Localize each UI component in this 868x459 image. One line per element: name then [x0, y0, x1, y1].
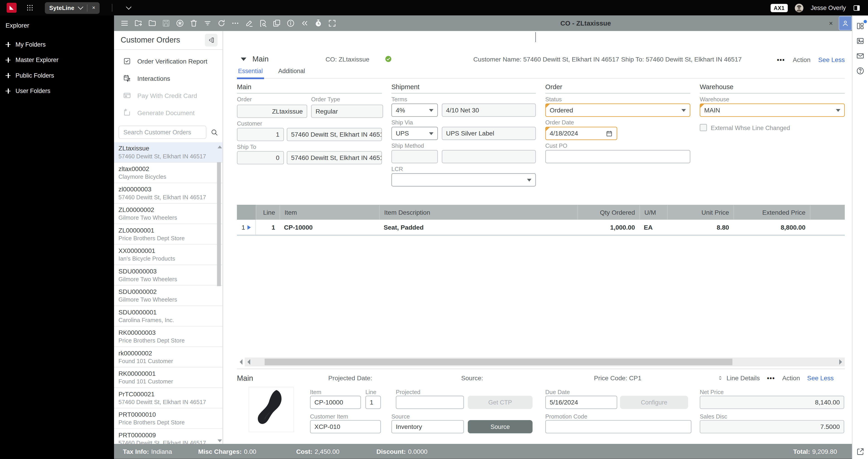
line-action-menu[interactable]: Action	[782, 374, 800, 381]
order-list-item[interactable]: PrTC000021 57460 Dewitt St, Elkhart IN 4…	[114, 388, 223, 408]
item-field[interactable]: CP-10000	[310, 396, 361, 409]
expand-button[interactable]	[325, 17, 339, 30]
search-input[interactable]	[119, 129, 206, 135]
customer-address-field[interactable]: 57460 Dewitt St, Elkhart IN 46517	[287, 128, 382, 141]
lcr-dropdown[interactable]	[392, 173, 536, 187]
order-date-field[interactable]: 4/18/2024	[545, 127, 617, 140]
source-button[interactable]: Source	[468, 420, 532, 433]
terms-description-field[interactable]: 4/10 Net 30	[442, 103, 536, 117]
warehouse-dropdown[interactable]: MAIN	[700, 103, 845, 117]
cell-um[interactable]: EA	[640, 220, 667, 235]
ship-method-field[interactable]	[392, 150, 438, 163]
image-icon[interactable]	[856, 36, 865, 45]
order-list-item[interactable]: SDU0000001 Carolina Frames, Inc.	[114, 306, 223, 327]
product-tab[interactable]: SyteLine ×	[45, 2, 100, 13]
filter-button[interactable]	[200, 17, 214, 30]
expand-plus-icon[interactable]	[5, 42, 10, 47]
close-tab-icon[interactable]: ×	[92, 5, 95, 10]
copy-button[interactable]	[270, 17, 283, 30]
line-see-less-link[interactable]: See Less	[807, 374, 834, 381]
expand-plus-icon[interactable]	[5, 57, 10, 62]
delete-button[interactable]	[186, 17, 200, 30]
projected-field[interactable]	[396, 396, 464, 409]
scroll-left-icon[interactable]	[248, 359, 250, 365]
order-list-item[interactable]: RK00000001 Found 101 Customer	[114, 367, 223, 388]
cust-po-field[interactable]	[545, 150, 690, 163]
order-list-item[interactable]: PRT0000009 57460 Dewitt St, Elkhart IN 4…	[114, 429, 223, 445]
scroll-left-icon[interactable]	[239, 359, 242, 365]
sidebar-item-user-folders[interactable]: User Folders	[0, 83, 114, 99]
cell-item-description[interactable]: Seat, Padded	[379, 220, 578, 235]
list-scrollbar[interactable]	[217, 143, 221, 444]
order-list-item[interactable]: zl00000003 57460 Dewitt St, Elkhart IN 4…	[114, 183, 223, 204]
action-menu[interactable]: Action	[793, 57, 810, 63]
info-button[interactable]	[283, 17, 297, 30]
collapse-section-icon[interactable]	[241, 58, 246, 61]
scroll-down-icon[interactable]	[217, 439, 222, 442]
user-name[interactable]: Jesse Overly	[811, 4, 846, 11]
action-order-verification-report[interactable]: Order Verification Report	[114, 53, 223, 70]
app-launcher-icon[interactable]	[26, 4, 34, 11]
chevron-down-icon[interactable]	[78, 4, 84, 9]
table-row[interactable]: 1 1 CP-10000 Seat, Padded 1,000.00 EA 8.…	[237, 220, 845, 236]
save-button[interactable]	[159, 17, 173, 30]
panel-toggle-icon[interactable]	[852, 4, 861, 12]
grid-corner[interactable]	[237, 205, 256, 220]
sidebar-item-master-explorer[interactable]: Master Explorer	[0, 52, 114, 68]
cell-unit-price[interactable]: 8.80	[667, 220, 734, 235]
col-line[interactable]: Line	[256, 205, 279, 220]
customer-item-field[interactable]: XCP-010	[310, 420, 381, 433]
scroll-right-icon[interactable]	[839, 359, 842, 365]
action-generate-document[interactable]: Generate Document	[114, 104, 223, 121]
new-tab-chevron-icon[interactable]	[126, 4, 131, 9]
user-panel-button[interactable]	[839, 16, 852, 31]
find-button[interactable]	[256, 17, 270, 30]
col-qty-ordered[interactable]: Qty Ordered	[578, 205, 640, 220]
horizontal-scrollbar[interactable]	[237, 357, 845, 366]
order-list-item[interactable]: zltax00002 Claymore Bicycles	[114, 163, 223, 183]
avatar[interactable]	[795, 3, 804, 12]
order-list-item[interactable]: SDU0000003 Gilmore Two Wheelers	[114, 265, 223, 286]
get-ctp-button[interactable]: Get CTP	[468, 396, 532, 409]
ship-via-dropdown[interactable]: UPS	[392, 127, 438, 140]
collapse-panel-icon[interactable]	[205, 34, 217, 46]
customer-number-field[interactable]: 1	[237, 128, 284, 141]
mail-icon[interactable]	[856, 52, 865, 60]
cell-extended-price[interactable]: 8,800.00	[734, 220, 810, 235]
scroll-up-icon[interactable]	[217, 145, 222, 148]
menu-button[interactable]	[118, 17, 131, 30]
ship-to-address-field[interactable]: 57460 Dewitt St, Elkhart IN 46517	[287, 151, 382, 164]
collapse-toolbar-button[interactable]	[297, 17, 311, 30]
col-um[interactable]: U/M	[640, 205, 667, 220]
action-interactions[interactable]: Interactions	[114, 70, 223, 87]
col-unit-price[interactable]: Unit Price	[667, 205, 734, 220]
cell-line[interactable]: 1	[256, 220, 279, 235]
more-actions-icon[interactable]: •••	[777, 57, 785, 63]
panels-icon[interactable]	[856, 22, 865, 30]
line-more-actions-icon[interactable]: •••	[767, 374, 775, 381]
col-item-description[interactable]: Item Description	[379, 205, 578, 220]
order-list-item[interactable]: RK00000003 Price Brothers Dept Store	[114, 326, 223, 347]
status-dropdown[interactable]: Ordered	[545, 103, 690, 117]
calendar-icon[interactable]	[606, 130, 613, 137]
collapse-header-chevron-icon[interactable]	[535, 32, 536, 42]
help-icon[interactable]	[856, 66, 865, 75]
line-field[interactable]: 1	[366, 396, 381, 409]
order-list-item[interactable]: ZL00000002 Gilmore Two Wheelers	[114, 204, 223, 224]
order-field[interactable]: ZLtaxissue	[237, 104, 307, 118]
search-icon[interactable]	[211, 129, 218, 136]
scrollbar-thumb[interactable]	[217, 162, 221, 286]
refresh-button[interactable]	[214, 17, 228, 30]
sales-disc-field[interactable]: 7.5000	[700, 420, 844, 433]
close-window-icon[interactable]: ×	[825, 15, 837, 31]
scrollbar-thumb[interactable]	[265, 359, 732, 365]
order-list-item[interactable]: PRT0000010 Price Brothers Dept Store	[114, 408, 223, 429]
external-link-icon[interactable]	[856, 447, 865, 456]
sidebar-item-my-folders[interactable]: My Folders	[0, 36, 114, 52]
action-pay-with-credit-card[interactable]: Pay With Credit Card	[114, 87, 223, 104]
cell-item[interactable]: CP-10000	[279, 220, 379, 235]
configure-button[interactable]: Configure	[620, 396, 688, 409]
folder-button[interactable]	[145, 17, 159, 30]
see-less-link[interactable]: See Less	[818, 57, 845, 63]
infor-logo-icon[interactable]	[6, 3, 17, 13]
